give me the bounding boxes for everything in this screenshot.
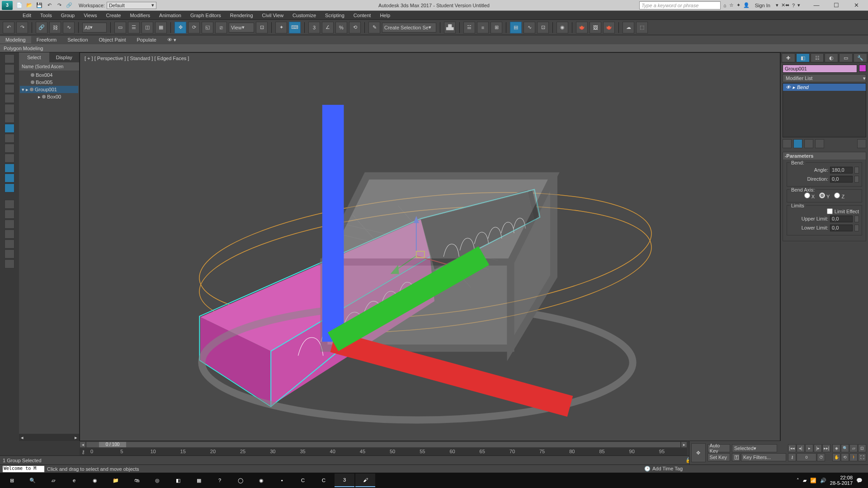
current-frame-input[interactable]: 0	[797, 453, 816, 461]
time-ruler[interactable]: ⚷ 05101520253035404550556065707580859095…	[80, 448, 687, 455]
show-end-result-button[interactable]	[793, 139, 802, 148]
lt-layers-icon[interactable]	[5, 114, 14, 123]
menu-group[interactable]: Group	[57, 13, 80, 18]
taskbar-3dsmax-icon[interactable]: 3	[335, 474, 354, 487]
goto-start-button[interactable]: |◂◂	[788, 444, 796, 452]
render-frame-button[interactable]: 🖼	[590, 22, 601, 33]
angle-spinner[interactable]	[854, 167, 859, 174]
redo-icon[interactable]: ↷	[55, 1, 63, 9]
setkey-button[interactable]: Set Key	[708, 453, 730, 461]
remove-modifier-button[interactable]	[815, 139, 824, 148]
start-button[interactable]: ⊞	[2, 474, 22, 487]
lt-bone-icon[interactable]	[5, 154, 14, 163]
lower-limit-input[interactable]: 0,0	[830, 225, 853, 231]
orbit-button[interactable]: ⟲	[841, 453, 849, 461]
lt-select-icon[interactable]	[5, 64, 14, 73]
tray-battery-icon[interactable]: ▰	[803, 478, 807, 483]
viewport[interactable]: [ + ] [ Perspective ] [ Standard ] [ Edg…	[80, 52, 780, 441]
help-search-input[interactable]: Type a keyword or phrase	[639, 1, 721, 9]
upper-spinner[interactable]	[854, 216, 859, 222]
object-color-swatch[interactable]	[859, 65, 866, 72]
ribbon-tab-modeling[interactable]: Modeling	[0, 36, 31, 43]
menu-help[interactable]: Help	[375, 13, 395, 18]
upper-limit-input[interactable]: 0,0	[830, 216, 853, 222]
select-name-button[interactable]: ☰	[128, 22, 140, 33]
zoom-all-button[interactable]: ⊡	[858, 444, 866, 452]
star-icon[interactable]: ☆	[729, 2, 734, 8]
lt-display-icon[interactable]	[5, 74, 14, 83]
iso-user-button[interactable]: ◈	[832, 444, 840, 452]
redo-button[interactable]: ↷	[16, 22, 28, 33]
mirror-button[interactable]: ▟▙	[444, 22, 456, 33]
prev-frame-button[interactable]: ◂|	[797, 444, 805, 452]
link-button[interactable]: 🔗	[36, 22, 47, 33]
lower-spinner[interactable]	[854, 225, 859, 231]
time-prev-button[interactable]: ◂	[80, 441, 86, 448]
make-unique-button[interactable]	[804, 139, 813, 148]
hierarchy-tab-button[interactable]: ☷	[811, 53, 824, 62]
link-icon[interactable]: 🔗	[65, 1, 73, 9]
tray-up-icon[interactable]: ˄	[797, 478, 799, 483]
help-icon[interactable]: ?	[792, 3, 795, 8]
taskbar-paint-icon[interactable]: 🖌	[355, 474, 375, 487]
dropdown-icon[interactable]: ▾	[797, 2, 800, 8]
menu-graph-editors[interactable]: Graph Editors	[186, 13, 226, 18]
taskbar-app7-icon[interactable]: C	[293, 474, 313, 487]
menu-edit[interactable]: Edit	[18, 13, 36, 18]
select-rotate-button[interactable]: ⟳	[188, 22, 200, 33]
axis-y-radio[interactable]: Y	[819, 192, 830, 199]
menu-modifiers[interactable]: Modifiers	[125, 13, 155, 18]
lt-eye-icon[interactable]	[5, 200, 14, 209]
pan-button[interactable]: ✋	[832, 453, 840, 461]
window-maximize-button[interactable]: ☐	[826, 1, 846, 10]
ribbon-tab-selection[interactable]: Selection	[62, 36, 93, 43]
angle-input[interactable]: 180,0	[830, 167, 853, 174]
direction-input[interactable]: 0,0	[830, 176, 853, 183]
new-icon[interactable]: 📄	[15, 1, 24, 9]
sign-in-button[interactable]: Sign In	[752, 3, 773, 8]
modifier-stack[interactable]: 👁 ▸ Bend	[783, 83, 866, 137]
toggle-ribbon-button[interactable]: ▤	[510, 22, 522, 33]
configure-sets-button[interactable]	[857, 139, 866, 148]
angle-snap-button[interactable]: ∠	[322, 22, 334, 33]
lt-sphere-icon[interactable]	[5, 134, 14, 143]
select-move-button[interactable]: ✥	[175, 22, 186, 33]
scene-tab-select[interactable]: Select	[19, 52, 49, 62]
menu-views[interactable]: Views	[79, 13, 101, 18]
key-mode-toggle[interactable]: ⚷	[788, 453, 796, 461]
taskbar-store-icon[interactable]: 🛍	[127, 474, 146, 487]
undo-icon[interactable]: ↶	[45, 1, 53, 9]
taskbar-app3-icon[interactable]: ▦	[189, 474, 209, 487]
key-filters-button[interactable]: Key Filters...	[741, 453, 786, 461]
search-button[interactable]: 🔍	[23, 474, 42, 487]
time-slider-thumb[interactable]: 0 / 100	[99, 442, 126, 447]
limit-effect-checkbox[interactable]	[827, 208, 833, 214]
tray-notifications-icon[interactable]: 💬	[856, 478, 863, 483]
material-editor-button[interactable]: ◉	[557, 22, 568, 33]
curve-editor-button[interactable]: ∿	[524, 22, 535, 33]
axis-z-radio[interactable]: Z	[834, 192, 844, 199]
walk-button[interactable]: 🚶	[849, 453, 858, 461]
lt-sel2-icon[interactable]	[5, 164, 14, 173]
add-time-tag[interactable]: 🕑 Add Time Tag	[642, 465, 685, 473]
menu-animation[interactable]: Animation	[155, 13, 186, 18]
taskbar-app5-icon[interactable]: ◯	[231, 474, 250, 487]
taskbar-edge-icon[interactable]: e	[64, 474, 84, 487]
percent-snap-button[interactable]: %	[335, 22, 347, 33]
tray-wifi-icon[interactable]: 📶	[810, 478, 816, 483]
user-icon[interactable]: 👤	[743, 2, 750, 8]
direction-spinner[interactable]	[854, 176, 859, 183]
goto-end-button[interactable]: ▸▸|	[822, 444, 830, 452]
object-name-field[interactable]: Group001	[783, 65, 857, 73]
lt-hierarchy-icon[interactable]	[5, 94, 14, 103]
app-icon[interactable]: 3	[2, 1, 13, 10]
taskbar-app4-icon[interactable]: ?	[210, 474, 230, 487]
key-icon-button[interactable]: ⚿	[732, 453, 740, 461]
menu-rendering[interactable]: Rendering	[226, 13, 258, 18]
chevron-down-icon[interactable]: ▾	[776, 2, 778, 8]
edit-named-sel-button[interactable]: ✎	[368, 22, 380, 33]
menu-scripting[interactable]: Scripting	[321, 13, 349, 18]
lt-camera-icon[interactable]	[5, 84, 14, 93]
time-config-button[interactable]: ⏱	[817, 453, 825, 461]
ribbon-tab-freeform[interactable]: Freeform	[31, 36, 62, 43]
